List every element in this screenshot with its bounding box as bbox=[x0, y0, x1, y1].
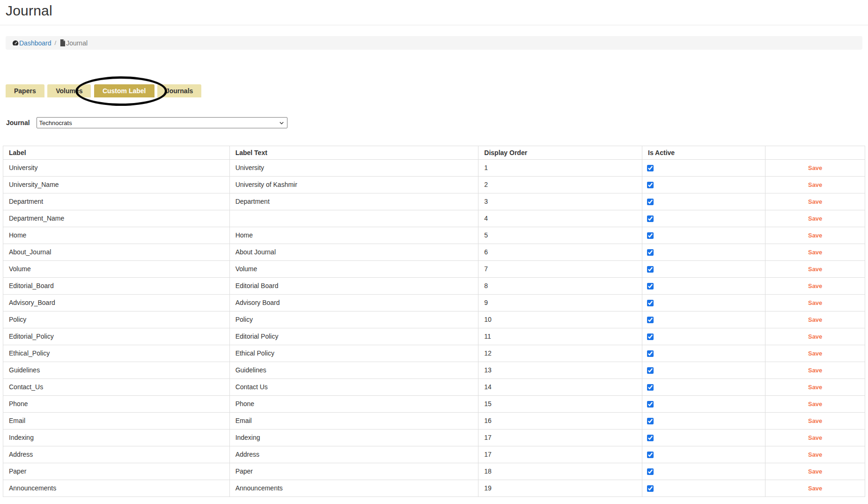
label-cell: Email bbox=[3, 413, 230, 430]
is-active-checkbox[interactable] bbox=[647, 266, 654, 273]
label-cell: About_Journal bbox=[3, 244, 230, 261]
label-text-cell: Home bbox=[229, 227, 478, 244]
tab-volumes[interactable]: Volumes bbox=[47, 84, 91, 97]
is-active-cell bbox=[642, 261, 765, 278]
display-order-cell: 19 bbox=[478, 480, 642, 497]
save-link[interactable]: Save bbox=[808, 367, 822, 374]
label-text-cell: Department bbox=[229, 193, 478, 210]
label-text-cell: Email bbox=[229, 413, 478, 430]
is-active-checkbox[interactable] bbox=[647, 232, 654, 239]
save-link[interactable]: Save bbox=[808, 350, 822, 357]
label-text-cell: Ethical Policy bbox=[229, 345, 478, 362]
save-link[interactable]: Save bbox=[808, 215, 822, 222]
table-row: Policy Policy 10 Save bbox=[3, 311, 865, 328]
save-link[interactable]: Save bbox=[808, 164, 822, 171]
is-active-cell bbox=[642, 210, 765, 227]
is-active-checkbox[interactable] bbox=[647, 485, 654, 492]
display-order-cell: 3 bbox=[478, 193, 642, 210]
is-active-checkbox[interactable] bbox=[647, 401, 654, 408]
tab-journals[interactable]: Journals bbox=[157, 84, 201, 97]
journal-select[interactable]: Technocrats bbox=[37, 117, 287, 128]
label-cell: Guidelines bbox=[3, 362, 230, 379]
label-text-cell: Guidelines bbox=[229, 362, 478, 379]
is-active-cell bbox=[642, 480, 765, 497]
save-cell: Save bbox=[765, 160, 865, 177]
display-order-cell: 2 bbox=[478, 177, 642, 193]
save-link[interactable]: Save bbox=[808, 299, 822, 306]
journal-select-row: Journal Technocrats bbox=[6, 117, 868, 128]
label-text-cell: University of Kashmir bbox=[229, 177, 478, 193]
table-row: About_Journal About Journal 6 Save bbox=[3, 244, 865, 261]
tab-papers[interactable]: Papers bbox=[6, 84, 44, 97]
save-cell: Save bbox=[765, 295, 865, 311]
is-active-checkbox[interactable] bbox=[647, 468, 654, 475]
save-link[interactable]: Save bbox=[808, 485, 822, 492]
label-cell: Ethical_Policy bbox=[3, 345, 230, 362]
save-link[interactable]: Save bbox=[808, 400, 822, 408]
save-link[interactable]: Save bbox=[808, 266, 822, 273]
tab-custom-label[interactable]: Custom Label bbox=[94, 84, 154, 97]
is-active-checkbox[interactable] bbox=[647, 182, 654, 188]
display-order-cell: 7 bbox=[478, 261, 642, 278]
save-cell: Save bbox=[765, 311, 865, 328]
label-cell: Home bbox=[3, 227, 230, 244]
is-active-checkbox[interactable] bbox=[647, 367, 654, 374]
is-active-cell bbox=[642, 463, 765, 480]
journal-select-wrap: Technocrats bbox=[37, 117, 287, 128]
display-order-cell: 13 bbox=[478, 362, 642, 379]
label-cell: Policy bbox=[3, 311, 230, 328]
is-active-checkbox[interactable] bbox=[647, 300, 654, 306]
is-active-checkbox[interactable] bbox=[647, 215, 654, 222]
save-cell: Save bbox=[765, 227, 865, 244]
header-label: Label bbox=[3, 146, 230, 160]
label-cell: Department bbox=[3, 193, 230, 210]
label-text-cell bbox=[229, 210, 478, 227]
is-active-cell bbox=[642, 379, 765, 396]
save-link[interactable]: Save bbox=[808, 232, 822, 239]
save-link[interactable]: Save bbox=[808, 434, 822, 441]
breadcrumb: Dashboard / Journal bbox=[6, 36, 862, 50]
label-text-cell: Paper bbox=[229, 463, 478, 480]
label-text-cell: Editorial Board bbox=[229, 278, 478, 295]
table-row: University_Name University of Kashmir 2 … bbox=[3, 177, 865, 193]
save-link[interactable]: Save bbox=[808, 316, 822, 323]
breadcrumb-current-label: Journal bbox=[66, 39, 88, 47]
label-text-cell: Editorial Policy bbox=[229, 328, 478, 345]
save-link[interactable]: Save bbox=[808, 417, 822, 424]
is-active-checkbox[interactable] bbox=[647, 452, 654, 458]
is-active-checkbox[interactable] bbox=[647, 384, 654, 391]
is-active-checkbox[interactable] bbox=[647, 418, 654, 424]
breadcrumb-dashboard-link[interactable]: Dashboard bbox=[12, 39, 51, 47]
is-active-cell bbox=[642, 193, 765, 210]
is-active-checkbox[interactable] bbox=[647, 165, 654, 171]
is-active-checkbox[interactable] bbox=[647, 199, 654, 205]
save-link[interactable]: Save bbox=[808, 282, 822, 289]
save-link[interactable]: Save bbox=[808, 468, 822, 475]
is-active-checkbox[interactable] bbox=[647, 317, 654, 323]
header-actions bbox=[765, 146, 865, 160]
save-link[interactable]: Save bbox=[808, 249, 822, 256]
save-link[interactable]: Save bbox=[808, 384, 822, 391]
save-link[interactable]: Save bbox=[808, 198, 822, 205]
is-active-checkbox[interactable] bbox=[647, 334, 654, 340]
table-header: Label Label Text Display Order Is Active bbox=[3, 146, 865, 160]
breadcrumb-dashboard-label: Dashboard bbox=[19, 39, 51, 47]
is-active-cell bbox=[642, 278, 765, 295]
label-cell: Volume bbox=[3, 261, 230, 278]
is-active-checkbox[interactable] bbox=[647, 249, 654, 256]
table-row: Volume Volume 7 Save bbox=[3, 261, 865, 278]
table-row: Contact_Us Contact Us 14 Save bbox=[3, 379, 865, 396]
is-active-checkbox[interactable] bbox=[647, 283, 654, 289]
save-cell: Save bbox=[765, 430, 865, 446]
is-active-checkbox[interactable] bbox=[647, 435, 654, 441]
save-cell: Save bbox=[765, 463, 865, 480]
table-row: Announcements Announcements 19 Save bbox=[3, 480, 865, 497]
save-link[interactable]: Save bbox=[808, 451, 822, 458]
title-divider bbox=[0, 25, 868, 25]
label-text-cell: University bbox=[229, 160, 478, 177]
save-link[interactable]: Save bbox=[808, 181, 822, 188]
save-link[interactable]: Save bbox=[808, 333, 822, 340]
label-cell: Advisory_Board bbox=[3, 295, 230, 311]
table-row: Advisory_Board Advisory Board 9 Save bbox=[3, 295, 865, 311]
is-active-checkbox[interactable] bbox=[647, 350, 654, 357]
